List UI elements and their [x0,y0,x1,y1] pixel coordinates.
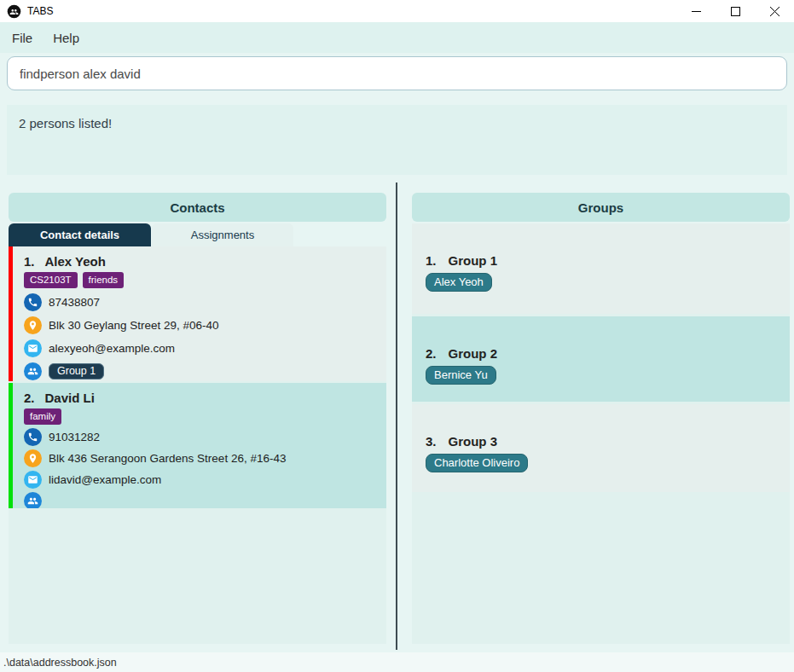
app-window: TABS File Help 2 persons listed! Contact… [0,0,794,672]
group-card-2[interactable]: 2.Group 2 Bernice Yu [412,316,790,402]
person-name-row: 1.Alex Yeoh [24,254,378,269]
contacts-tabs: Contact details Assignments [9,223,386,246]
title-left: TABS [0,4,53,19]
contacts-panel: Contacts Contact details Assignments 1.A… [9,193,386,644]
close-button[interactable] [755,0,794,22]
tag-badge: CS2103T [24,272,78,288]
window-controls [676,0,794,22]
phone-icon [24,428,42,446]
email-row: lidavid@example.com [24,471,378,489]
group-chip: Group 1 [49,363,104,379]
group-index: 2. [426,346,437,361]
close-icon [770,7,780,16]
group-title-row: 2.Group 2 [426,346,776,362]
menu-bar: File Help [0,22,794,53]
minimize-icon [692,7,701,16]
person-stripe-green [9,383,13,508]
tab-assignments[interactable]: Assignments [152,223,293,246]
person-card-2[interactable]: 2.David Li family 91031282 [9,383,386,508]
menu-file[interactable]: File [12,31,32,45]
status-file-path: .\data\addressbook.json [3,657,117,669]
group-title-row: 1.Group 1 [426,253,776,269]
person-card-1[interactable]: 1.Alex Yeoh CS2103T friends 87438807 [9,246,386,381]
groups-row [24,492,378,508]
command-input[interactable] [7,56,787,90]
email-icon [24,471,42,489]
member-chip: Bernice Yu [426,366,496,385]
person-index: 2. [24,391,35,405]
phone-icon [24,293,42,311]
person-email: lidavid@example.com [49,473,161,486]
email-icon [24,339,42,357]
tag-badge: family [24,408,61,425]
person-address: Blk 436 Serangoon Gardens Street 26, #16… [49,452,286,465]
group-name: Group 2 [449,346,498,361]
group-name: Group 3 [449,434,498,449]
title-bar: TABS [0,0,794,22]
group-index: 3. [426,434,437,449]
group-index: 1. [426,253,437,268]
maximize-button[interactable] [716,0,755,22]
person-name-row: 2.David Li [24,391,378,406]
groups-panel-title: Groups [412,193,790,222]
group-title-row: 3.Group 3 [426,434,776,449]
app-icon [7,4,21,19]
phone-row: 87438807 [24,293,378,311]
person-phone: 87438807 [49,296,100,309]
person-stripe-red [9,246,13,381]
group-members: Alex Yeoh [426,273,776,292]
menu-help[interactable]: Help [53,31,79,45]
status-bar: .\data\addressbook.json [0,652,794,672]
member-chip: Alex Yeoh [426,273,492,292]
person-index: 1. [24,254,35,269]
tab-contact-details[interactable]: Contact details [9,223,151,246]
phone-row: 91031282 [24,428,378,446]
groups-icon [24,492,42,508]
contacts-panel-title: Contacts [9,193,386,222]
maximize-icon [731,7,740,16]
address-icon [24,449,42,467]
group-list: 1.Group 1 Alex Yeoh 2.Group 2 Bernice Yu… [412,223,790,644]
address-icon [24,316,42,334]
person-phone: 91031282 [49,431,100,443]
group-members: Charlotte Oliveiro [426,454,776,472]
group-name: Group 1 [449,253,498,268]
address-row: Blk 30 Geylang Street 29, #06-40 [24,316,378,334]
result-display: 2 persons listed! [7,105,787,175]
person-name: Alex Yeoh [45,254,106,269]
group-card-1[interactable]: 1.Group 1 Alex Yeoh [412,223,790,314]
panel-divider [396,182,397,650]
email-row: alexyeoh@example.com [24,339,378,357]
group-card-3[interactable]: 3.Group 3 Charlotte Oliveiro [412,404,790,492]
window-title: TABS [27,5,53,17]
minimize-button[interactable] [676,0,716,22]
person-tags: CS2103T friends [24,272,378,288]
person-tags: family [24,408,378,425]
address-row: Blk 436 Serangoon Gardens Street 26, #16… [24,449,378,467]
groups-panel: Groups 1.Group 1 Alex Yeoh 2.Group 2 Ber… [412,193,790,644]
person-list: 1.Alex Yeoh CS2103T friends 87438807 [9,246,386,644]
person-name: David Li [45,391,95,405]
person-email: alexyeoh@example.com [49,342,175,355]
groups-row: Group 1 [24,362,378,380]
groups-icon [24,362,42,380]
tag-badge: friends [83,272,125,288]
group-members: Bernice Yu [426,366,776,385]
member-chip: Charlotte Oliveiro [426,454,528,472]
person-address: Blk 30 Geylang Street 29, #06-40 [49,319,219,332]
